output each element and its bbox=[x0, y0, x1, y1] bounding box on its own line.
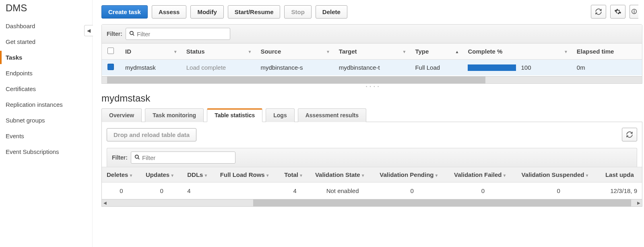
stats-table-scrollbar[interactable]: ◀ ▶ bbox=[102, 199, 642, 206]
stats-header-updates[interactable]: Updates▼ bbox=[141, 167, 182, 183]
search-icon bbox=[134, 154, 140, 161]
refresh-icon bbox=[626, 131, 633, 138]
task-header-complete[interactable]: Complete %▼ bbox=[462, 44, 571, 60]
svg-line-1 bbox=[133, 34, 134, 35]
tab-table-statistics[interactable]: Table statistics bbox=[207, 108, 262, 122]
tab-task-monitoring[interactable]: Task monitoring bbox=[145, 108, 204, 122]
tab-logs[interactable]: Logs bbox=[266, 108, 294, 122]
stats-refresh-button[interactable] bbox=[622, 128, 637, 141]
task-row[interactable]: mydmstask Load complete mydbinstance-s m… bbox=[102, 60, 642, 76]
checkbox-icon bbox=[107, 48, 114, 54]
assess-button[interactable]: Assess bbox=[152, 5, 187, 19]
detail-tabs: Overview Task monitoring Table statistic… bbox=[101, 108, 642, 122]
detail-title: mydmstask bbox=[101, 93, 644, 104]
svg-line-3 bbox=[138, 158, 140, 159]
sidebar-item-tasks[interactable]: Tasks bbox=[0, 51, 92, 64]
tab-panel-table-statistics: Drop and reload table data Filter: bbox=[101, 122, 642, 207]
progress-bar bbox=[468, 64, 516, 71]
stats-cell-updates: 0 bbox=[141, 183, 182, 199]
create-task-button[interactable]: Create task bbox=[101, 5, 148, 19]
sidebar-collapse-toggle[interactable]: ◀ bbox=[84, 25, 93, 36]
task-header-status[interactable]: Status▼ bbox=[181, 44, 255, 60]
panel-splitter[interactable]: • • • • bbox=[101, 85, 644, 89]
stats-filter-input-wrap[interactable] bbox=[131, 152, 235, 164]
progress-value: 100 bbox=[521, 64, 531, 71]
stats-cell-validation-suspended: 0 bbox=[517, 183, 601, 199]
help-button[interactable]: ⓘ bbox=[630, 5, 638, 19]
svg-point-2 bbox=[135, 155, 138, 158]
stats-table: Deletes▼ Updates▼ DDLs▼ Full Load Rows▼ … bbox=[102, 167, 642, 199]
task-toolbar: Create task Assess Modify Start/Resume S… bbox=[101, 5, 644, 19]
sidebar: DMS Dashboard Get started Tasks Endpoint… bbox=[0, 0, 93, 247]
task-header-elapsed[interactable]: Elapsed time bbox=[571, 44, 642, 60]
svg-point-0 bbox=[130, 31, 133, 34]
stats-header-total[interactable]: Total▼ bbox=[279, 167, 310, 183]
stats-header-validation-suspended[interactable]: Validation Suspended▼ bbox=[517, 167, 601, 183]
delete-button[interactable]: Delete bbox=[316, 5, 347, 19]
stats-header-validation-pending[interactable]: Validation Pending▼ bbox=[375, 167, 449, 183]
stats-cell-last-updated: 12/3/18, 9 bbox=[601, 183, 642, 199]
stats-header-validation-state[interactable]: Validation State▼ bbox=[310, 167, 375, 183]
sidebar-item-endpoints[interactable]: Endpoints bbox=[0, 66, 92, 80]
stats-row[interactable]: 0 0 4 4 Not enabled 0 0 0 12/3/18, 9 bbox=[102, 183, 642, 199]
info-icon: ⓘ bbox=[632, 8, 637, 15]
stats-cell-validation-failed: 0 bbox=[449, 183, 517, 199]
task-header-source[interactable]: Source▼ bbox=[255, 44, 333, 60]
sidebar-item-get-started[interactable]: Get started bbox=[0, 35, 92, 48]
task-filter-input-wrap[interactable] bbox=[126, 28, 230, 40]
sidebar-item-certificates[interactable]: Certificates bbox=[0, 82, 92, 95]
task-cell-id: mydmstask bbox=[120, 60, 181, 76]
task-cell-status: Load complete bbox=[181, 60, 255, 76]
stats-cell-deletes: 0 bbox=[102, 183, 141, 199]
stats-header-ddls[interactable]: DDLs▼ bbox=[182, 167, 215, 183]
task-cell-target: mydbinstance-t bbox=[333, 60, 410, 76]
task-header-target[interactable]: Target▼ bbox=[333, 44, 410, 60]
drop-reload-button: Drop and reload table data bbox=[107, 128, 196, 141]
task-cell-source: mydbinstance-s bbox=[255, 60, 333, 76]
row-checkbox-checked-icon[interactable] bbox=[107, 64, 114, 70]
task-filter-label: Filter: bbox=[107, 31, 122, 37]
task-cell-complete: 100 bbox=[462, 60, 571, 76]
stats-header-full-load-rows[interactable]: Full Load Rows▼ bbox=[215, 167, 279, 183]
stats-cell-total: 4 bbox=[279, 183, 310, 199]
start-resume-button[interactable]: Start/Resume bbox=[228, 5, 281, 19]
stats-cell-validation-state: Not enabled bbox=[310, 183, 375, 199]
task-header-checkbox[interactable] bbox=[102, 44, 120, 60]
tab-overview[interactable]: Overview bbox=[101, 108, 142, 122]
stats-filter-bar: Filter: bbox=[107, 148, 637, 167]
stats-filter-input[interactable] bbox=[141, 154, 222, 162]
tab-assessment-results[interactable]: Assessment results bbox=[298, 108, 366, 122]
stats-cell-validation-pending: 0 bbox=[375, 183, 449, 199]
sidebar-item-replication-instances[interactable]: Replication instances bbox=[0, 98, 92, 111]
app-title: DMS bbox=[6, 2, 92, 14]
refresh-button[interactable] bbox=[591, 5, 606, 19]
task-table-scrollbar[interactable] bbox=[102, 76, 642, 83]
gear-icon bbox=[614, 8, 621, 15]
modify-button[interactable]: Modify bbox=[190, 5, 223, 19]
stats-header-last-updated[interactable]: Last upda bbox=[601, 167, 642, 183]
chevron-left-icon: ◀ bbox=[87, 28, 91, 33]
sidebar-item-subnet-groups[interactable]: Subnet groups bbox=[0, 114, 92, 127]
task-list-panel: Filter: ID▼ Status▼ Source▼ Target▼ bbox=[101, 24, 642, 84]
scroll-right-icon[interactable]: ▶ bbox=[636, 199, 642, 206]
task-filter-input[interactable] bbox=[136, 30, 217, 38]
search-icon bbox=[129, 31, 135, 37]
stats-cell-ddls: 4 bbox=[182, 183, 215, 199]
sidebar-item-event-subscriptions[interactable]: Event Subscriptions bbox=[0, 145, 92, 158]
stats-cell-full-load-rows bbox=[215, 183, 279, 199]
refresh-icon bbox=[595, 8, 602, 15]
stats-header-validation-failed[interactable]: Validation Failed▼ bbox=[449, 167, 517, 183]
sidebar-item-dashboard[interactable]: Dashboard bbox=[0, 19, 92, 33]
task-header-id[interactable]: ID▼ bbox=[120, 44, 181, 60]
task-header-type[interactable]: Type▲ bbox=[409, 44, 462, 60]
stats-header-deletes[interactable]: Deletes▼ bbox=[102, 167, 141, 183]
sidebar-item-events[interactable]: Events bbox=[0, 129, 92, 143]
task-cell-elapsed: 0m bbox=[571, 60, 642, 76]
task-table: ID▼ Status▼ Source▼ Target▼ Type▲ Comple… bbox=[102, 44, 642, 75]
scroll-left-icon[interactable]: ◀ bbox=[102, 199, 108, 206]
stats-filter-label: Filter: bbox=[112, 154, 128, 161]
task-cell-type: Full Load bbox=[409, 60, 462, 76]
stop-button: Stop bbox=[284, 5, 311, 19]
settings-button[interactable] bbox=[610, 5, 625, 19]
task-filter-bar: Filter: bbox=[102, 25, 642, 44]
